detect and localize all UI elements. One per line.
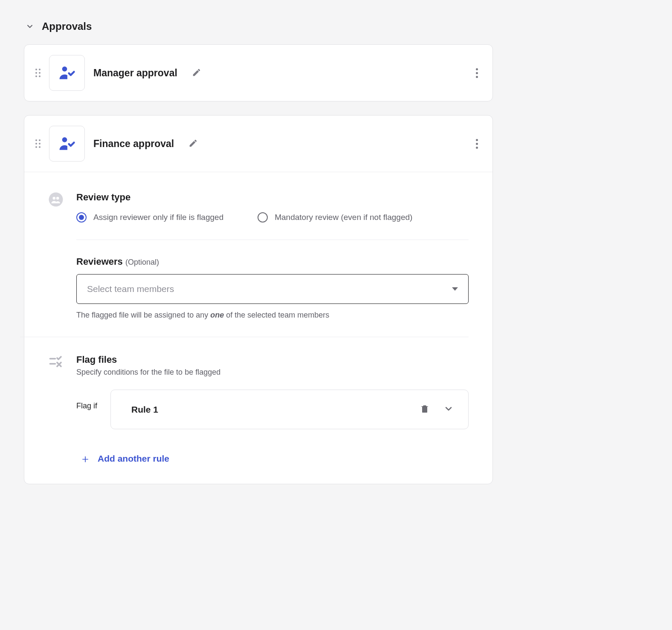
approval-card-title: Finance approval — [93, 138, 174, 150]
reviewers-label: Reviewers (Optional) — [76, 256, 469, 267]
add-rule-button[interactable]: ＋ Add another rule — [77, 451, 172, 467]
reviewers-select[interactable]: Select team members — [76, 274, 469, 304]
delete-rule-button[interactable] — [417, 401, 432, 418]
more-menu-button[interactable] — [472, 65, 481, 81]
svg-point-2 — [49, 193, 63, 207]
section-header: Approvals — [26, 20, 493, 32]
radio-label: Assign reviewer only if file is flagged — [93, 213, 223, 222]
flag-if-label: Flag if — [76, 390, 100, 410]
svg-point-1 — [62, 137, 67, 142]
radio-label: Mandatory review (even if not flagged) — [275, 213, 412, 222]
approval-card-finance: Finance approval — [24, 115, 493, 484]
group-icon — [48, 192, 64, 209]
more-menu-button[interactable] — [472, 136, 481, 152]
select-placeholder: Select team members — [87, 284, 174, 294]
approval-icon-tile — [49, 126, 85, 162]
drag-handle-icon[interactable] — [35, 139, 41, 148]
pencil-icon — [188, 139, 198, 148]
rule-title: Rule 1 — [123, 405, 408, 415]
edit-button[interactable] — [186, 136, 200, 152]
svg-point-4 — [56, 197, 59, 200]
radio-mandatory[interactable]: Mandatory review (even if not flagged) — [258, 212, 412, 223]
plus-icon: ＋ — [80, 453, 91, 464]
optional-hint: (Optional) — [125, 258, 159, 266]
svg-point-0 — [62, 66, 67, 72]
edit-button[interactable] — [189, 65, 204, 81]
approval-card-manager: Manager approval — [24, 44, 493, 101]
expand-rule-button[interactable] — [441, 401, 456, 418]
radio-icon — [76, 212, 87, 223]
approval-card-title: Manager approval — [93, 67, 177, 79]
approval-icon-tile — [49, 55, 85, 91]
review-type-heading: Review type — [76, 192, 469, 203]
svg-point-3 — [53, 197, 56, 200]
flag-files-heading: Flag files — [76, 354, 469, 365]
flag-files-subdesc: Specify conditions for the file to be fl… — [76, 368, 469, 377]
reviewers-helper-text: The flagged file will be assigned to any… — [76, 311, 469, 320]
person-check-icon — [58, 64, 76, 82]
add-rule-label: Add another rule — [98, 454, 169, 464]
rule-card[interactable]: Rule 1 — [110, 390, 469, 429]
drag-handle-icon[interactable] — [35, 69, 41, 77]
chevron-down-icon[interactable] — [26, 22, 34, 31]
section-title: Approvals — [42, 20, 92, 32]
caret-down-icon — [452, 287, 458, 291]
review-type-radio-group: Assign reviewer only if file is flagged … — [76, 212, 469, 223]
chevron-down-icon — [443, 404, 454, 414]
radio-icon — [258, 212, 268, 223]
radio-flagged-only[interactable]: Assign reviewer only if file is flagged — [76, 212, 223, 223]
filter-check-x-icon — [48, 354, 64, 372]
person-check-icon — [58, 134, 76, 153]
pencil-icon — [192, 68, 201, 77]
trash-icon — [420, 404, 430, 414]
